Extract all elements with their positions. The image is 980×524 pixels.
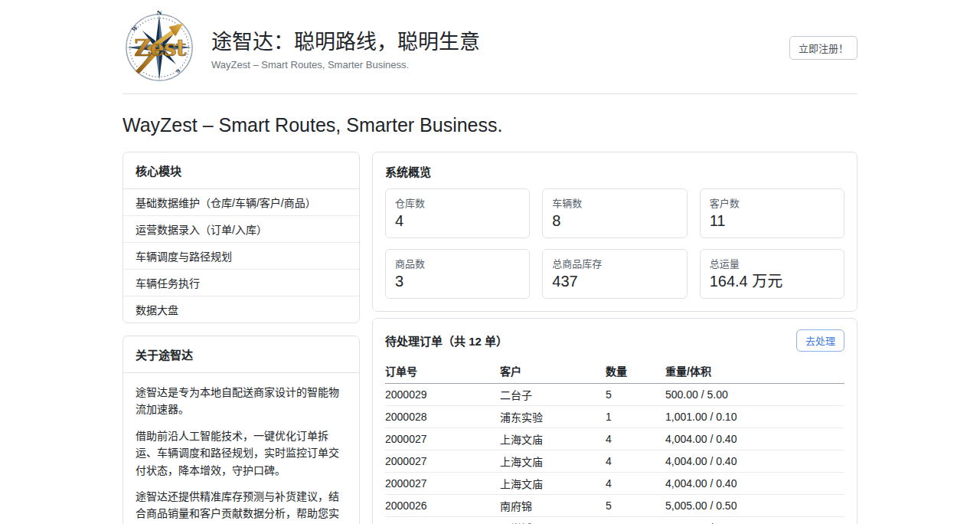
order-cell: 4 xyxy=(606,428,665,450)
order-row: 2000028浦东实验11,001.00 / 0.10 xyxy=(385,406,844,428)
stat-value: 164.4 万元 xyxy=(710,272,835,291)
order-cell: 500.00 / 5.00 xyxy=(665,384,844,406)
about-body: 途智达是专为本地自配送商家设计的智能物流加速器。借助前沿人工智能技术，一键优化订… xyxy=(123,373,359,524)
order-cell: 2000027 xyxy=(385,428,500,450)
orders-table: 订单号客户数量重量/体积 2000029二台子5500.00 / 5.00200… xyxy=(385,359,844,524)
order-row: 2000026南府锦55,005.00 / 0.50 xyxy=(385,495,844,517)
stat-card: 车辆数8 xyxy=(542,188,687,238)
stat-value: 3 xyxy=(395,272,520,291)
stat-card: 客户数11 xyxy=(700,188,844,238)
order-cell: 2000027 xyxy=(385,450,500,473)
right-column: 系统概览 仓库数4车辆数8客户数11商品数3总商品库存437总运量164.4 万… xyxy=(372,152,858,524)
order-cell: 2000028 xyxy=(385,406,500,428)
stat-label: 总商品库存 xyxy=(552,256,677,270)
module-menu-item[interactable]: 基础数据维护（仓库/车辆/客户/商品） xyxy=(123,189,359,215)
about-paragraph: 借助前沿人工智能技术，一键优化订单拆运、车辆调度和路径规划，实时监控订单交付状态… xyxy=(136,427,347,479)
hero-heading: WayZest – Smart Routes, Smarter Business… xyxy=(122,114,858,136)
order-cell: 上海文庙 xyxy=(500,473,606,495)
order-cell: 4 xyxy=(606,450,665,473)
core-modules-card: 核心模块 基础数据维护（仓库/车辆/客户/商品）运营数据录入（订单/入库）车辆调… xyxy=(122,152,360,323)
main-layout: 核心模块 基础数据维护（仓库/车辆/客户/商品）运营数据录入（订单/入库）车辆调… xyxy=(122,152,858,524)
order-cell: 浦东实验 xyxy=(500,406,606,428)
about-title: 关于途智达 xyxy=(123,336,359,373)
stat-value: 8 xyxy=(552,211,677,231)
order-cell: 1 xyxy=(606,406,665,428)
orders-title-row: 待处理订单（共 12 单） 去处理 xyxy=(385,329,844,352)
about-paragraph: 途智达还提供精准库存预测与补货建议，结合商品销量和客户贡献数据分析，帮助您实现零… xyxy=(136,488,347,524)
stat-card: 仓库数4 xyxy=(385,188,530,238)
site-header: N W S Zest 途智达：聪明路线，聪明生意 WayZest – Smart… xyxy=(122,6,858,94)
order-cell: 3 xyxy=(606,517,665,524)
left-column: 核心模块 基础数据维护（仓库/车辆/客户/商品）运营数据录入（订单/入库）车辆调… xyxy=(122,152,360,524)
orders-table-body: 2000029二台子5500.00 / 5.002000028浦东实验11,00… xyxy=(385,384,844,524)
stat-value: 437 xyxy=(552,272,677,291)
about-card: 关于途智达 途智达是专为本地自配送商家设计的智能物流加速器。借助前沿人工智能技术… xyxy=(122,336,360,524)
stat-card: 总商品库存437 xyxy=(542,249,687,299)
order-row: 2000025医学城33,003.00 / 0.30 xyxy=(385,517,844,524)
stat-card: 总运量164.4 万元 xyxy=(700,249,844,299)
order-cell: 1,001.00 / 0.10 xyxy=(665,406,844,428)
stat-card: 商品数3 xyxy=(385,249,530,299)
orders-column-header: 客户 xyxy=(500,359,606,384)
overview-card: 系统概览 仓库数4车辆数8客户数11商品数3总商品库存437总运量164.4 万… xyxy=(372,152,858,312)
order-cell: 5,005.00 / 0.50 xyxy=(665,495,844,517)
order-cell: 4,004.00 / 0.40 xyxy=(665,450,844,473)
order-cell: 医学城 xyxy=(500,517,606,524)
order-cell: 4 xyxy=(606,473,665,495)
orders-header-row: 订单号客户数量重量/体积 xyxy=(385,359,844,384)
order-cell: 2000025 xyxy=(385,517,500,524)
site-title: 途智达：聪明路线，聪明生意 xyxy=(211,25,480,55)
stat-label: 商品数 xyxy=(395,256,520,270)
pending-orders-card: 待处理订单（共 12 单） 去处理 订单号客户数量重量/体积 2000029二台… xyxy=(372,318,858,524)
order-cell: 4,004.00 / 0.40 xyxy=(665,428,844,450)
stat-value: 4 xyxy=(395,211,520,231)
order-cell: 南府锦 xyxy=(500,495,606,517)
core-modules-title: 核心模块 xyxy=(123,152,359,189)
order-cell: 二台子 xyxy=(500,384,606,406)
compass-logo-icon[interactable]: N W S Zest xyxy=(122,11,196,84)
order-cell: 2000026 xyxy=(385,495,500,517)
process-orders-button[interactable]: 去处理 xyxy=(796,329,844,352)
order-cell: 5 xyxy=(606,495,665,517)
module-menu-item[interactable]: 数据大盘 xyxy=(123,296,359,323)
page-container: N W S Zest 途智达：聪明路线，聪明生意 WayZest – Smart… xyxy=(122,0,858,524)
order-row: 2000027上海文庙44,004.00 / 0.40 xyxy=(385,450,844,473)
stat-label: 仓库数 xyxy=(395,195,520,210)
orders-column-header: 数量 xyxy=(606,359,665,384)
compass-letter-n: N xyxy=(156,11,162,16)
module-menu-item[interactable]: 车辆任务执行 xyxy=(123,269,359,296)
order-row: 2000027上海文庙44,004.00 / 0.40 xyxy=(385,428,844,450)
order-cell: 5 xyxy=(606,384,665,406)
brand-block: 途智达：聪明路线，聪明生意 WayZest – Smart Routes, Sm… xyxy=(211,25,480,70)
order-cell: 4,004.00 / 0.40 xyxy=(665,473,844,495)
order-row: 2000029二台子5500.00 / 5.00 xyxy=(385,384,844,406)
stat-value: 11 xyxy=(710,211,835,231)
orders-title: 待处理订单（共 12 单） xyxy=(385,332,508,349)
about-paragraph: 途智达是专为本地自配送商家设计的智能物流加速器。 xyxy=(136,384,347,418)
stat-label: 总运量 xyxy=(710,256,835,270)
module-menu-item[interactable]: 运营数据录入（订单/入库） xyxy=(123,215,359,242)
orders-column-header: 订单号 xyxy=(385,359,500,384)
overview-title: 系统概览 xyxy=(385,163,844,179)
order-cell: 3,003.00 / 0.30 xyxy=(665,517,844,524)
module-menu-item[interactable]: 车辆调度与路径规划 xyxy=(123,242,359,269)
stat-label: 客户数 xyxy=(710,195,835,210)
stat-label: 车辆数 xyxy=(552,195,677,210)
logo-wordmark: Zest xyxy=(134,34,187,61)
modules-list: 基础数据维护（仓库/车辆/客户/商品）运营数据录入（订单/入库）车辆调度与路径规… xyxy=(123,189,359,323)
order-row: 2000027上海文庙44,004.00 / 0.40 xyxy=(385,473,844,495)
compass-letter-w: W xyxy=(130,25,139,34)
order-cell: 2000029 xyxy=(385,384,500,406)
stats-grid: 仓库数4车辆数8客户数11商品数3总商品库存437总运量164.4 万元 xyxy=(385,188,844,299)
order-cell: 2000027 xyxy=(385,473,500,495)
orders-column-header: 重量/体积 xyxy=(665,359,844,384)
compass-letter-s: S xyxy=(175,67,181,74)
register-button[interactable]: 立即注册！ xyxy=(789,36,858,60)
order-cell: 上海文庙 xyxy=(500,450,606,473)
order-cell: 上海文庙 xyxy=(500,428,606,450)
site-subtitle: WayZest – Smart Routes, Smarter Business… xyxy=(211,59,480,70)
